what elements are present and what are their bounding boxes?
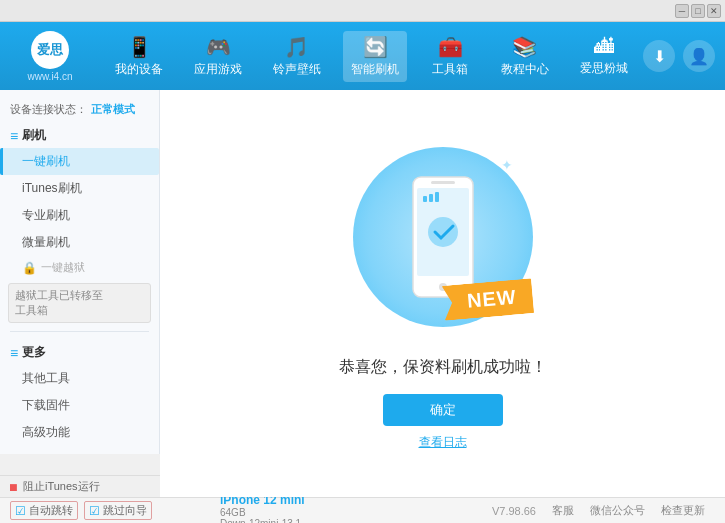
flash-section-header[interactable]: ≡ 刷机 (0, 123, 159, 148)
svg-rect-4 (423, 196, 427, 202)
sidebar: 设备连接状态： 正常模式 ≡ 刷机 一键刷机 iTunes刷机 专业刷机 微量刷… (0, 90, 160, 454)
connection-status: 设备连接状态： 正常模式 (0, 98, 159, 123)
nav-my-device[interactable]: 📱 我的设备 (107, 31, 171, 82)
nav-items: 📱 我的设备 🎮 应用游戏 🎵 铃声壁纸 🔄 智能刷机 🧰 工具箱 📚 教程中心… (100, 31, 643, 82)
flash-section-label: 刷机 (22, 127, 46, 144)
nav-tutorials-label: 教程中心 (501, 61, 549, 78)
device-model: Down-12mini-13.1 (220, 518, 305, 524)
stop-icon: ⏹ (8, 481, 19, 493)
sidebar-wrapper: 设备连接状态： 正常模式 ≡ 刷机 一键刷机 iTunes刷机 专业刷机 微量刷… (0, 90, 160, 497)
success-text: 恭喜您，保资料刷机成功啦！ (339, 357, 547, 378)
bottom-bar: ☑ 自动跳转 ☑ 跳过向导 iPhone 12 mini 64GB Down-1… (0, 497, 725, 523)
other-tools-label: 其他工具 (22, 371, 70, 385)
svg-rect-6 (435, 192, 439, 202)
wechat-link[interactable]: 微信公众号 (590, 503, 645, 518)
user-btn[interactable]: 👤 (683, 40, 715, 72)
more-section-header[interactable]: ≡ 更多 (0, 340, 159, 365)
close-btn[interactable]: ✕ (707, 4, 721, 18)
auto-jump-label: 自动跳转 (29, 503, 73, 518)
bottom-left: ☑ 自动跳转 ☑ 跳过向导 (10, 501, 210, 520)
device-info: iPhone 12 mini 64GB Down-12mini-13.1 (210, 493, 305, 524)
ringtones-icon: 🎵 (284, 35, 309, 59)
history-link[interactable]: 查看日志 (419, 434, 467, 451)
phone-svg (403, 172, 483, 302)
advanced-label: 高级功能 (22, 425, 70, 439)
sidebar-divider (10, 331, 149, 332)
bottom-center: V7.98.66 客服 微信公众号 检查更新 (305, 503, 715, 518)
lock-icon: 🔒 (22, 261, 37, 275)
skip-wizard-label: 跳过向导 (103, 503, 147, 518)
more-section: ≡ 更多 其他工具 下载固件 高级功能 (0, 340, 159, 446)
nav-toolbox-label: 工具箱 (432, 61, 468, 78)
nav-fan-city[interactable]: 🏙 爱思粉城 (572, 31, 636, 81)
jailbreak-notice: 越狱工具已转移至 工具箱 (8, 283, 151, 323)
nav-tutorials[interactable]: 📚 教程中心 (493, 31, 557, 82)
sidebar-item-download-firmware[interactable]: 下载固件 (0, 392, 159, 419)
toolbox-icon: 🧰 (438, 35, 463, 59)
tutorials-icon: 📚 (512, 35, 537, 59)
content-area: ✦ ✦ NEW 恭喜您，保资料刷机成功啦！ 确定 查看日志 (160, 90, 725, 497)
locked-section: 🔒 一键越狱 (0, 256, 159, 279)
header: 爱思 www.i4.cn 📱 我的设备 🎮 应用游戏 🎵 铃声壁纸 🔄 智能刷机… (0, 22, 725, 90)
device-storage: 64GB (220, 507, 305, 518)
svg-rect-5 (429, 194, 433, 202)
sidebar-item-one-key-flash[interactable]: 一键刷机 (0, 148, 159, 175)
one-key-flash-label: 一键刷机 (22, 154, 70, 168)
logo-url: www.i4.cn (27, 71, 72, 82)
itunes-bar[interactable]: ⏹ 阻止iTunes运行 (0, 475, 160, 497)
nav-my-device-label: 我的设备 (115, 61, 163, 78)
pro-flash-label: 专业刷机 (22, 208, 70, 222)
sidebar-item-other-tools[interactable]: 其他工具 (0, 365, 159, 392)
sidebar-item-advanced[interactable]: 高级功能 (0, 419, 159, 446)
nav-ringtones[interactable]: 🎵 铃声壁纸 (265, 31, 329, 82)
fan-city-icon: 🏙 (594, 35, 614, 58)
locked-label: 一键越狱 (41, 260, 85, 275)
itunes-label: 阻止iTunes运行 (23, 479, 100, 494)
sidebar-item-itunes-flash[interactable]: iTunes刷机 (0, 175, 159, 202)
download-btn[interactable]: ⬇ (643, 40, 675, 72)
status-value: 正常模式 (91, 102, 135, 117)
titlebar: ─ □ ✕ (0, 0, 725, 22)
logo-icon: 爱思 (31, 31, 69, 69)
more-section-label: 更多 (22, 344, 46, 361)
sidebar-item-pro-flash[interactable]: 专业刷机 (0, 202, 159, 229)
my-device-icon: 📱 (127, 35, 152, 59)
header-right: ⬇ 👤 (643, 40, 715, 72)
logo-area: 爱思 www.i4.cn (10, 31, 90, 82)
version-text: V7.98.66 (492, 505, 536, 517)
sparkle-right: ✦ (501, 157, 513, 173)
svg-point-7 (428, 217, 458, 247)
svg-rect-3 (431, 181, 455, 184)
jailbreak-text: 越狱工具已转移至 工具箱 (15, 289, 103, 316)
phone-illustration: ✦ ✦ NEW (353, 137, 533, 337)
auto-jump-check-icon: ☑ (15, 504, 26, 518)
nav-apps-games[interactable]: 🎮 应用游戏 (186, 31, 250, 82)
itunes-flash-label: iTunes刷机 (22, 181, 82, 195)
nav-smart-flash[interactable]: 🔄 智能刷机 (343, 31, 407, 82)
free-flash-label: 微量刷机 (22, 235, 70, 249)
nav-apps-games-label: 应用游戏 (194, 61, 242, 78)
apps-games-icon: 🎮 (206, 35, 231, 59)
confirm-button[interactable]: 确定 (383, 394, 503, 426)
skip-wizard-checkbox[interactable]: ☑ 跳过向导 (84, 501, 152, 520)
maximize-btn[interactable]: □ (691, 4, 705, 18)
smart-flash-icon: 🔄 (363, 35, 388, 59)
status-label: 设备连接状态： (10, 102, 87, 117)
customer-service-link[interactable]: 客服 (552, 503, 574, 518)
main-area: 设备连接状态： 正常模式 ≡ 刷机 一键刷机 iTunes刷机 专业刷机 微量刷… (0, 90, 725, 497)
check-update-link[interactable]: 检查更新 (661, 503, 705, 518)
nav-toolbox[interactable]: 🧰 工具箱 (422, 31, 478, 82)
minimize-btn[interactable]: ─ (675, 4, 689, 18)
nav-fan-city-label: 爱思粉城 (580, 60, 628, 77)
skip-wizard-check-icon: ☑ (89, 504, 100, 518)
sidebar-item-free-flash[interactable]: 微量刷机 (0, 229, 159, 256)
nav-smart-flash-label: 智能刷机 (351, 61, 399, 78)
flash-section-icon: ≡ (10, 128, 18, 144)
sparkle-left: ✦ (363, 147, 378, 169)
auto-jump-checkbox[interactable]: ☑ 自动跳转 (10, 501, 78, 520)
more-section-icon: ≡ (10, 345, 18, 361)
nav-ringtones-label: 铃声壁纸 (273, 61, 321, 78)
download-firmware-label: 下载固件 (22, 398, 70, 412)
